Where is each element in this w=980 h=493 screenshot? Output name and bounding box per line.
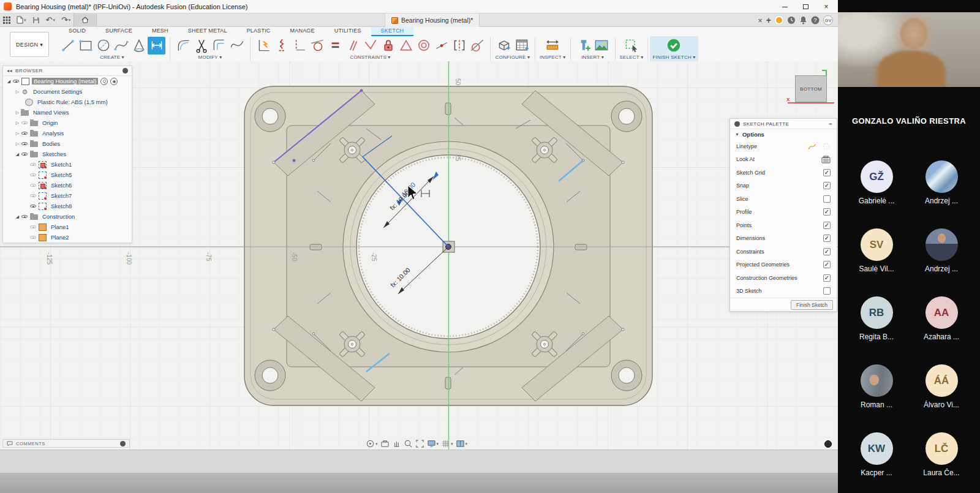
close-document-icon[interactable]: × (758, 16, 763, 25)
participant-tile[interactable]: Roman ... (844, 364, 909, 410)
expand-arrow-icon[interactable]: ▷ (14, 110, 21, 115)
finish-sketch-small-button[interactable]: Finish Sketch (791, 300, 833, 310)
expand-arrow-icon[interactable]: ▷ (14, 141, 21, 146)
grid-display-icon[interactable]: ▾ (441, 439, 453, 448)
visibility-eye-icon[interactable] (21, 213, 29, 220)
browser-item-sketch1[interactable]: Sketch1 (3, 159, 132, 170)
file-menu-icon[interactable]: ▾ (13, 13, 29, 27)
search-icon[interactable]: Q (100, 78, 108, 85)
visibility-eye-icon[interactable] (29, 223, 37, 231)
fit-icon[interactable] (415, 439, 424, 448)
group-label[interactable]: INSERT ▾ (581, 55, 604, 61)
save-icon[interactable] (29, 13, 43, 27)
look-at-icon[interactable] (821, 156, 831, 164)
presenter-video[interactable] (838, 12, 980, 87)
minimize-button[interactable] (774, 0, 795, 13)
participant-tile[interactable]: AAAzahara ... (909, 296, 974, 342)
browser-item-sketches[interactable]: ◢Sketches (3, 149, 132, 159)
visibility-eye-icon[interactable] (12, 77, 20, 85)
expand-arrow-icon[interactable]: ▷ (14, 121, 21, 126)
checkbox-slice[interactable] (823, 195, 831, 203)
linetype-dashed-icon[interactable] (822, 142, 831, 151)
checkbox-sketch-grid[interactable]: ✓ (823, 169, 831, 176)
options-expand-icon[interactable]: ▼ (735, 132, 739, 137)
collapse-panel-icon[interactable]: ◂◂ (7, 68, 12, 73)
browser-item-bodies[interactable]: ▷Bodies (3, 138, 132, 149)
visibility-eye-icon[interactable] (21, 119, 29, 127)
project-tool[interactable] (273, 37, 290, 55)
palette-collapse-icon[interactable] (734, 121, 740, 127)
tab-sketch[interactable]: SKETCH (371, 27, 414, 36)
participant-tile[interactable]: KWKacper ... (844, 432, 909, 478)
maximize-button[interactable] (795, 0, 816, 13)
visibility-eye-icon[interactable] (29, 160, 37, 168)
measure-tool[interactable] (544, 37, 562, 55)
display-settings-icon[interactable]: ▾ (427, 439, 439, 448)
tangent-tool[interactable] (468, 37, 486, 55)
view-cube-face[interactable]: BOTTOM (795, 75, 827, 102)
midpoint-tool[interactable] (432, 37, 450, 55)
rectangle-tool[interactable] (77, 37, 94, 55)
browser-item-construction[interactable]: ◢Construction (3, 211, 132, 222)
home-icon[interactable] (74, 13, 97, 27)
palette-dock-icon[interactable]: ↠ (828, 121, 832, 127)
finish-sketch-button[interactable] (665, 37, 683, 55)
browser-item-origin[interactable]: ▷Origin (3, 118, 132, 128)
browser-item-document-settings[interactable]: ▷⚙Document Settings (3, 86, 132, 97)
panel-options-icon[interactable] (123, 68, 128, 73)
tab-surface[interactable]: SURFACE (96, 27, 142, 36)
browser-item-sketch5[interactable]: Sketch5 (3, 170, 132, 180)
group-label[interactable]: CONSTRAINTS ▾ (350, 55, 390, 61)
visibility-eye-icon[interactable] (21, 140, 29, 148)
offset-tool[interactable] (210, 37, 228, 55)
group-label[interactable]: CREATE ▾ (100, 55, 124, 61)
line-tool[interactable] (59, 37, 77, 55)
browser-item-sketch7[interactable]: Sketch7 (3, 190, 132, 201)
configuration-tool[interactable] (495, 37, 513, 55)
tab-mesh[interactable]: MESH (142, 27, 178, 36)
linetype-spline-icon[interactable] (807, 142, 817, 151)
notifications-bell-icon[interactable] (799, 16, 807, 24)
browser-item-analysis[interactable]: ▷Analysis (3, 128, 132, 138)
comments-options-icon[interactable] (120, 441, 126, 446)
visibility-eye-icon[interactable] (29, 181, 37, 189)
perpendicular-tool[interactable] (361, 37, 379, 55)
expand-arrow-icon[interactable]: ◢ (14, 152, 21, 157)
symmetry-tool[interactable] (450, 37, 468, 55)
expand-arrow-icon[interactable]: ▷ (14, 131, 21, 136)
visibility-eye-icon[interactable] (29, 192, 37, 200)
group-label[interactable]: SELECT ▾ (620, 55, 644, 61)
visibility-eye-icon[interactable] (21, 150, 29, 158)
browser-item-bearing-housing-metal[interactable]: ◢Bearing Housing (metal)Q◉ (3, 76, 132, 86)
trim-tool[interactable] (192, 37, 210, 55)
config-table-tool[interactable] (513, 37, 530, 55)
group-label[interactable]: MODIFY ▾ (198, 55, 222, 61)
construction-line-tool[interactable] (290, 37, 308, 55)
visibility-eye-icon[interactable] (21, 129, 29, 137)
participant-tile[interactable]: RBRegita B... (844, 296, 909, 342)
help-bubble-icon[interactable] (824, 440, 832, 448)
browser-item-plastic-rule-abs-1-5-mm[interactable]: Plastic Rule: ABS (1,5 mm) (3, 97, 132, 107)
checkbox-3d-sketch[interactable] (823, 287, 831, 295)
checkbox-dimensions[interactable]: ✓ (823, 235, 831, 242)
checkbox-projected-geometries[interactable]: ✓ (823, 261, 831, 268)
select-tool[interactable] (622, 37, 640, 55)
new-document-icon[interactable]: + (766, 15, 771, 25)
comments-bar[interactable]: COMMENTS (2, 439, 130, 448)
participant-tile[interactable]: GŽGabrielė ... (844, 160, 909, 206)
participant-tile[interactable]: ÁÁÁlvaro Vi... (909, 364, 974, 410)
target-icon[interactable]: ◉ (110, 78, 118, 85)
tab-sheet-metal[interactable]: SHEET METAL (178, 27, 237, 36)
cone-tool[interactable] (130, 37, 148, 55)
tab-manage[interactable]: MANAGE (281, 27, 325, 36)
insert-image-tool[interactable] (593, 37, 611, 55)
visibility-eye-icon[interactable] (29, 202, 37, 210)
visibility-eye-icon[interactable] (29, 171, 37, 179)
undo-icon[interactable]: ↶▾ (43, 13, 58, 27)
document-tab[interactable]: Bearing Housing (metal)* (385, 13, 480, 27)
participant-tile[interactable]: Andrzej ... (909, 160, 974, 206)
fillet-tool[interactable] (175, 37, 192, 55)
triangle-tool[interactable] (397, 37, 415, 55)
group-label[interactable]: CONFIGURE ▾ (496, 55, 530, 61)
browser-item-named-views[interactable]: ▷Named Views (3, 107, 132, 118)
